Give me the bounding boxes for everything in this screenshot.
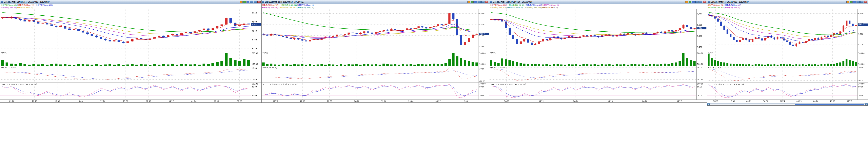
maximize-button[interactable]: □ bbox=[860, 1, 863, 3]
close-button[interactable]: × bbox=[257, 1, 260, 3]
legend-separator: | bbox=[279, 6, 279, 8]
legend-item: 移動平均(Close, 150) bbox=[36, 4, 53, 6]
legend-separator: | bbox=[724, 4, 724, 6]
chart-window-60min: 日経225(先物) 60分 2012/04/19 - 2012/04/27 – … bbox=[489, 0, 707, 103]
settings-icon[interactable] bbox=[692, 1, 695, 3]
chart-area: 出来高 MACD( 12, 26, 9 ) スロー・ストキャスティクス( 14,… bbox=[0, 9, 261, 103]
minimize-button[interactable]: – bbox=[857, 1, 860, 3]
legend-row: 移動平均(Close, 5)|移動平均(Close, 25) bbox=[0, 6, 261, 9]
maximize-button[interactable]: □ bbox=[699, 1, 702, 3]
legend-item: 移動平均(Close, 5) bbox=[1, 6, 16, 8]
legend-separator: | bbox=[524, 6, 524, 8]
titlebar[interactable]: 日経225(先物) 5分 2012/04/20 - 2012/04/27 – □… bbox=[707, 0, 868, 4]
chart-canvas[interactable] bbox=[707, 9, 868, 103]
legend-row: 移動平均(Close, 75)|移動平均(Close, 25) bbox=[707, 4, 868, 6]
chart-canvas[interactable] bbox=[489, 9, 707, 103]
legend-item: 移動平均(Close, 25) bbox=[17, 6, 33, 8]
settings-icon[interactable] bbox=[853, 1, 856, 3]
scrollbar-track[interactable] bbox=[710, 104, 865, 106]
chart-app-icon bbox=[708, 1, 710, 3]
chart-canvas[interactable] bbox=[261, 9, 489, 103]
indicator-icon[interactable] bbox=[243, 1, 246, 3]
chart-type-icon[interactable] bbox=[846, 1, 849, 3]
close-button[interactable]: × bbox=[864, 1, 867, 3]
legend-item: 移動平均(Close, 150) bbox=[280, 6, 297, 8]
chart-app-icon bbox=[1, 1, 3, 3]
chart-window-5min: 日経225(先物) 5分 2012/04/20 - 2012/04/27 – □… bbox=[707, 0, 868, 106]
minimize-button[interactable]: – bbox=[250, 1, 253, 3]
legend-item: 移動平均(Close, 40) bbox=[507, 6, 523, 8]
titlebar[interactable]: 日経225(先物) 12月限 15分 2012/04/26 - 2012/04/… bbox=[0, 0, 261, 4]
legend-item: 移動平均(Close, 40) bbox=[262, 6, 278, 8]
settings-icon[interactable] bbox=[474, 1, 477, 3]
titlebar[interactable]: 日経225(先物) 15分 2012/04/18 - 2012/04/27 – … bbox=[261, 0, 489, 4]
legend-item: 移動平均(Close, 25) bbox=[725, 4, 741, 6]
scroll-right-icon[interactable]: ► bbox=[865, 104, 868, 106]
legend-item: 移動平均(Close, 25) bbox=[526, 4, 542, 6]
chart-type-icon[interactable] bbox=[685, 1, 688, 3]
legend-item: 一目均衡表(9, 26, 52) bbox=[280, 4, 297, 6]
empty-desktop-area bbox=[0, 106, 868, 154]
macd-label: MACD( 12, 26, 9 ) bbox=[262, 67, 277, 69]
legend-row: 移動平均(Close, 40)|移動平均(Close, 75)|移動平均(Clo… bbox=[0, 4, 261, 6]
minimize-button[interactable]: – bbox=[695, 1, 699, 3]
legend-item: 移動平均(Close, 75) bbox=[490, 4, 506, 6]
desktop: 日経225(先物) 12月限 15分 2012/04/26 - 2012/04/… bbox=[0, 0, 868, 154]
close-button[interactable]: × bbox=[485, 1, 488, 3]
h-scrollbar[interactable]: ◄ ► bbox=[707, 103, 868, 106]
chart-window-15min-1day: 日経225(先物) 12月限 15分 2012/04/26 - 2012/04/… bbox=[0, 0, 261, 103]
chart-canvas[interactable] bbox=[0, 9, 261, 103]
legend-item: 移動平均(Close, 10) bbox=[490, 6, 506, 8]
close-button[interactable]: × bbox=[703, 1, 706, 3]
titlebar[interactable]: 日経225(先物) 60分 2012/04/19 - 2012/04/27 – … bbox=[489, 0, 707, 4]
indicator-icon[interactable] bbox=[689, 1, 691, 3]
window-title: 日経225(先物) 5分 2012/04/20 - 2012/04/27 bbox=[710, 1, 749, 3]
legend-item: 移動平均(Close, 75) bbox=[262, 4, 278, 6]
legend-separator: | bbox=[279, 4, 279, 6]
legend-item: 移動平均(Close, 20) bbox=[542, 6, 558, 8]
volume-label: 出来高 bbox=[708, 51, 714, 54]
chart-area: 出来高 MACD( 12, 26, 9 ) スロー・ストキャスティクス( 14,… bbox=[489, 9, 707, 103]
maximize-button[interactable]: □ bbox=[481, 1, 485, 3]
volume-label: 出来高 bbox=[262, 51, 268, 54]
indicator-icon[interactable] bbox=[471, 1, 474, 3]
maximize-button[interactable]: □ bbox=[254, 1, 257, 3]
chart-type-icon[interactable] bbox=[467, 1, 470, 3]
macd-label: MACD( 12, 26, 9 ) bbox=[490, 67, 505, 69]
chart-type-icon[interactable] bbox=[240, 1, 243, 3]
chart-app-icon bbox=[490, 1, 492, 3]
legend-row: 移動平均(Close, 75)|一目均衡表(9, 26, 52)|移動平均(Cl… bbox=[261, 4, 489, 6]
legend-item: 一目均衡表(9, 26, 52) bbox=[507, 4, 524, 6]
minimize-button[interactable]: – bbox=[477, 1, 481, 3]
legend-item: 移動平均(Close, 75) bbox=[525, 6, 541, 8]
legend-item: 移動平均(Close, 75) bbox=[18, 4, 34, 6]
legend-separator: | bbox=[542, 4, 543, 6]
legend-separator: | bbox=[16, 6, 17, 8]
stochastics-label: スロー・ストキャスティクス( 14, 3, 66, 20 ) bbox=[262, 83, 299, 86]
legend-row: 移動平均(Close, 40)|移動平均(Close, 5) bbox=[707, 6, 868, 9]
chart-area: 出来高 MACD( 12, 26, 9 ) スロー・ストキャスティクス( 14,… bbox=[261, 9, 489, 103]
stochastics-label: スロー・ストキャスティクス( 14, 3, 66, 20 ) bbox=[1, 83, 37, 86]
legend-separator: | bbox=[506, 6, 507, 8]
legend-item: 移動平均(Close, 5) bbox=[725, 6, 740, 8]
legend-separator: | bbox=[525, 4, 525, 6]
legend-row: 移動平均(Close, 10)|移動平均(Close, 40)|移動平均(Clo… bbox=[489, 6, 707, 9]
legend-separator: | bbox=[17, 4, 18, 6]
settings-icon[interactable] bbox=[247, 1, 249, 3]
scrollbar-thumb[interactable] bbox=[795, 104, 864, 105]
legend-separator: | bbox=[297, 4, 298, 6]
legend-item: 移動平均(Close, 75) bbox=[298, 6, 314, 8]
legend-row: 移動平均(Close, 75)|一目均衡表(9, 26, 52)|移動平均(Cl… bbox=[489, 4, 707, 6]
legend-item: 移動平均(Close, 75) bbox=[708, 4, 723, 6]
legend-separator: | bbox=[724, 6, 724, 8]
chart-app-icon bbox=[262, 1, 264, 3]
macd-label: MACD( 12, 26, 9 ) bbox=[708, 67, 723, 69]
window-title: 日経225(先物) 15分 2012/04/18 - 2012/04/27 bbox=[265, 1, 304, 3]
chart-window-15min-2week: 日経225(先物) 15分 2012/04/18 - 2012/04/27 – … bbox=[261, 0, 489, 103]
legend-item: 移動平均(Close, 40) bbox=[1, 4, 17, 6]
window-title: 日経225(先物) 12月限 15分 2012/04/26 - 2012/04/… bbox=[4, 1, 50, 3]
scroll-left-icon[interactable]: ◄ bbox=[707, 104, 710, 106]
indicator-icon[interactable] bbox=[850, 1, 852, 3]
legend-item: 移動平均(Close, 40) bbox=[708, 6, 723, 8]
legend-separator: | bbox=[35, 4, 35, 6]
